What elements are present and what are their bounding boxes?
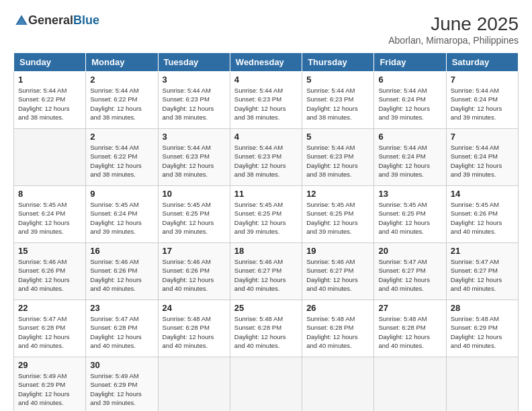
day-cell: 23Sunrise: 5:47 AM Sunset: 6:28 PM Dayli… <box>86 300 158 357</box>
day-info: Sunrise: 5:44 AM Sunset: 6:23 PM Dayligh… <box>234 143 298 179</box>
day-cell: 10Sunrise: 5:45 AM Sunset: 6:25 PM Dayli… <box>158 186 230 243</box>
day-cell: 12Sunrise: 5:45 AM Sunset: 6:25 PM Dayli… <box>302 186 374 243</box>
day-cell: 13Sunrise: 5:45 AM Sunset: 6:25 PM Dayli… <box>374 186 446 243</box>
week-row-0: 1Sunrise: 5:44 AM Sunset: 6:22 PM Daylig… <box>14 72 519 129</box>
location-subtitle: Aborlan, Mimaropa, Philippines <box>388 35 519 46</box>
day-cell: 11Sunrise: 5:45 AM Sunset: 6:25 PM Dayli… <box>230 186 302 243</box>
day-number: 6 <box>378 132 441 142</box>
week-row-5: 29Sunrise: 5:49 AM Sunset: 6:29 PM Dayli… <box>14 357 519 412</box>
day-cell: 4Sunrise: 5:44 AM Sunset: 6:23 PM Daylig… <box>230 72 302 129</box>
day-number: 3 <box>163 75 226 85</box>
day-info: Sunrise: 5:46 AM Sunset: 6:26 PM Dayligh… <box>90 257 153 293</box>
day-number: 29 <box>18 360 81 370</box>
week-row-4: 22Sunrise: 5:47 AM Sunset: 6:28 PM Dayli… <box>14 300 519 357</box>
day-cell: 2Sunrise: 5:44 AM Sunset: 6:22 PM Daylig… <box>86 72 158 129</box>
calendar-table: Sunday Monday Tuesday Wednesday Thursday… <box>13 52 519 411</box>
day-number: 18 <box>234 246 298 256</box>
logo-blue: Blue <box>73 13 99 27</box>
day-number: 27 <box>378 303 441 313</box>
col-wednesday: Wednesday <box>230 53 302 72</box>
day-cell: 17Sunrise: 5:46 AM Sunset: 6:26 PM Dayli… <box>158 243 230 300</box>
day-info: Sunrise: 5:48 AM Sunset: 6:28 PM Dayligh… <box>306 314 369 350</box>
day-info: Sunrise: 5:44 AM Sunset: 6:23 PM Dayligh… <box>234 86 298 122</box>
day-number: 28 <box>451 303 514 313</box>
day-cell: 28Sunrise: 5:48 AM Sunset: 6:29 PM Dayli… <box>446 300 518 357</box>
day-cell: 15Sunrise: 5:46 AM Sunset: 6:26 PM Dayli… <box>14 243 86 300</box>
day-info: Sunrise: 5:45 AM Sunset: 6:24 PM Dayligh… <box>90 200 153 236</box>
day-info: Sunrise: 5:45 AM Sunset: 6:25 PM Dayligh… <box>163 200 226 236</box>
day-info: Sunrise: 5:48 AM Sunset: 6:28 PM Dayligh… <box>234 314 298 350</box>
week-row-2: 8Sunrise: 5:45 AM Sunset: 6:24 PM Daylig… <box>14 186 519 243</box>
day-info: Sunrise: 5:45 AM Sunset: 6:25 PM Dayligh… <box>378 200 441 236</box>
day-info: Sunrise: 5:45 AM Sunset: 6:26 PM Dayligh… <box>451 200 514 236</box>
day-info: Sunrise: 5:44 AM Sunset: 6:24 PM Dayligh… <box>451 86 514 122</box>
day-number: 8 <box>18 189 81 199</box>
month-year-title: June 2025 <box>388 13 519 35</box>
day-info: Sunrise: 5:44 AM Sunset: 6:24 PM Dayligh… <box>378 86 441 122</box>
day-number: 7 <box>451 132 514 142</box>
logo: GeneralBlue <box>13 13 99 28</box>
day-info: Sunrise: 5:49 AM Sunset: 6:29 PM Dayligh… <box>18 371 81 407</box>
day-number: 19 <box>306 246 369 256</box>
day-cell <box>230 357 302 412</box>
day-number: 23 <box>90 303 153 313</box>
day-number: 1 <box>18 75 81 85</box>
day-info: Sunrise: 5:44 AM Sunset: 6:24 PM Dayligh… <box>378 143 441 179</box>
day-number: 10 <box>163 189 226 199</box>
day-info: Sunrise: 5:44 AM Sunset: 6:22 PM Dayligh… <box>18 86 81 122</box>
day-cell <box>446 357 518 412</box>
day-number: 15 <box>18 246 81 256</box>
day-number: 6 <box>378 75 441 85</box>
day-info: Sunrise: 5:47 AM Sunset: 6:27 PM Dayligh… <box>451 257 514 293</box>
day-number: 30 <box>90 360 153 370</box>
day-cell: 26Sunrise: 5:48 AM Sunset: 6:28 PM Dayli… <box>302 300 374 357</box>
day-number: 7 <box>451 75 514 85</box>
day-number: 17 <box>163 246 226 256</box>
day-number: 11 <box>234 189 298 199</box>
day-cell: 8Sunrise: 5:45 AM Sunset: 6:24 PM Daylig… <box>14 186 86 243</box>
day-cell: 20Sunrise: 5:47 AM Sunset: 6:27 PM Dayli… <box>374 243 446 300</box>
day-cell <box>158 357 230 412</box>
day-info: Sunrise: 5:48 AM Sunset: 6:28 PM Dayligh… <box>378 314 441 350</box>
day-info: Sunrise: 5:44 AM Sunset: 6:22 PM Dayligh… <box>90 143 153 179</box>
day-info: Sunrise: 5:47 AM Sunset: 6:27 PM Dayligh… <box>378 257 441 293</box>
day-cell: 7Sunrise: 5:44 AM Sunset: 6:24 PM Daylig… <box>446 72 518 129</box>
day-cell: 6Sunrise: 5:44 AM Sunset: 6:24 PM Daylig… <box>374 72 446 129</box>
day-cell: 30Sunrise: 5:49 AM Sunset: 6:29 PM Dayli… <box>86 357 158 412</box>
day-number: 2 <box>90 132 153 142</box>
day-number: 20 <box>378 246 441 256</box>
day-info: Sunrise: 5:44 AM Sunset: 6:24 PM Dayligh… <box>451 143 514 179</box>
day-cell: 9Sunrise: 5:45 AM Sunset: 6:24 PM Daylig… <box>86 186 158 243</box>
day-number: 12 <box>306 189 369 199</box>
day-info: Sunrise: 5:47 AM Sunset: 6:28 PM Dayligh… <box>18 314 81 350</box>
col-friday: Friday <box>374 53 446 72</box>
day-cell: 7Sunrise: 5:44 AM Sunset: 6:24 PM Daylig… <box>446 129 518 186</box>
day-cell: 29Sunrise: 5:49 AM Sunset: 6:29 PM Dayli… <box>14 357 86 412</box>
day-number: 24 <box>163 303 226 313</box>
day-info: Sunrise: 5:46 AM Sunset: 6:26 PM Dayligh… <box>18 257 81 293</box>
logo-general: General <box>28 13 73 27</box>
day-cell: 6Sunrise: 5:44 AM Sunset: 6:24 PM Daylig… <box>374 129 446 186</box>
day-cell: 19Sunrise: 5:46 AM Sunset: 6:27 PM Dayli… <box>302 243 374 300</box>
day-cell: 4Sunrise: 5:44 AM Sunset: 6:23 PM Daylig… <box>230 129 302 186</box>
title-block: June 2025 Aborlan, Mimaropa, Philippines <box>388 13 519 46</box>
day-number: 3 <box>163 132 226 142</box>
day-cell: 3Sunrise: 5:44 AM Sunset: 6:23 PM Daylig… <box>158 129 230 186</box>
day-number: 14 <box>451 189 514 199</box>
day-cell <box>374 357 446 412</box>
day-cell: 5Sunrise: 5:44 AM Sunset: 6:23 PM Daylig… <box>302 129 374 186</box>
day-info: Sunrise: 5:49 AM Sunset: 6:29 PM Dayligh… <box>90 371 153 407</box>
day-cell: 2Sunrise: 5:44 AM Sunset: 6:22 PM Daylig… <box>86 129 158 186</box>
day-cell: 18Sunrise: 5:46 AM Sunset: 6:27 PM Dayli… <box>230 243 302 300</box>
day-info: Sunrise: 5:45 AM Sunset: 6:25 PM Dayligh… <box>234 200 298 236</box>
day-cell: 14Sunrise: 5:45 AM Sunset: 6:26 PM Dayli… <box>446 186 518 243</box>
week-row-3: 15Sunrise: 5:46 AM Sunset: 6:26 PM Dayli… <box>14 243 519 300</box>
day-info: Sunrise: 5:46 AM Sunset: 6:27 PM Dayligh… <box>306 257 369 293</box>
day-info: Sunrise: 5:45 AM Sunset: 6:24 PM Dayligh… <box>18 200 81 236</box>
day-number: 5 <box>306 75 369 85</box>
day-number: 2 <box>90 75 153 85</box>
col-monday: Monday <box>86 53 158 72</box>
day-number: 22 <box>18 303 81 313</box>
day-info: Sunrise: 5:44 AM Sunset: 6:23 PM Dayligh… <box>163 86 226 122</box>
day-number: 9 <box>90 189 153 199</box>
